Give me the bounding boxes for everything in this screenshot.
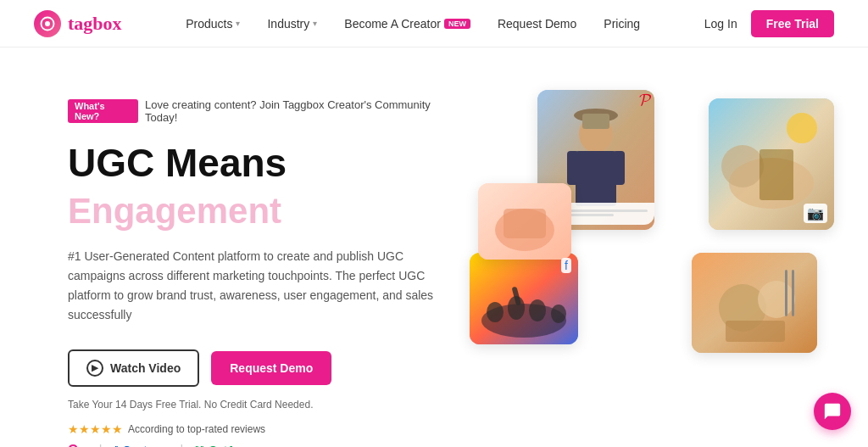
reviews-text: According to top-rated reviews [128,423,265,435]
nav-products[interactable]: Products ▾ [186,17,240,31]
hero-collage: 𝓟 [461,90,834,378]
svg-rect-29 [792,270,794,316]
separator-2: | [180,443,183,447]
new-badge: New [444,19,470,29]
whats-new-badge: What's New? [68,99,138,123]
collage-hands-image [478,183,571,260]
separator-1: | [99,443,103,447]
svg-point-21 [529,299,546,321]
whats-new-text: Love creating content? Join Taggbox Crea… [145,98,461,124]
svg-rect-27 [726,321,785,342]
request-demo-button[interactable]: Request Demo [211,351,331,385]
review-logos: G 2 | ⟫ Capterra | ⟫⟫ GetApp [68,443,461,447]
logo-icon [34,10,61,37]
svg-point-19 [487,302,504,322]
reviews-row: ★★★★★ According to top-rated reviews [68,422,461,436]
hero-section: What's New? Love creating content? Join … [0,47,868,447]
capterra-logo: ⟫ Capterra [114,444,168,447]
collage-concert-image: f [470,253,578,344]
logo-text: tagbox [68,13,122,35]
chat-icon [823,402,842,421]
hero-buttons: ▶ Watch Video Request Demo [68,349,461,387]
svg-point-26 [758,281,795,318]
logo-link[interactable]: tagbox [34,10,122,37]
svg-point-10 [787,113,817,143]
hero-left: What's New? Love creating content? Join … [68,90,461,447]
hero-description: #1 User-Generated Content platform to cr… [68,247,441,325]
free-trial-note: Take Your 14 Days Free Trial. No Credit … [68,399,461,411]
nav-actions: Log In Free Trial [704,10,834,37]
svg-rect-5 [567,151,579,185]
svg-rect-13 [760,149,793,200]
pinterest-icon: 𝓟 [639,90,650,109]
hero-heading: UGC Means [68,141,461,186]
svg-point-1 [45,21,50,26]
getapp-logo: ⟫⟫ GetApp [195,444,248,447]
svg-rect-16 [504,209,546,238]
svg-point-22 [551,305,566,323]
star-rating: ★★★★★ [68,422,123,436]
free-trial-nav-button[interactable]: Free Trial [751,10,834,37]
svg-rect-8 [582,114,609,129]
svg-rect-28 [785,270,787,316]
g2-logo: G 2 [68,443,87,447]
navbar: tagbox Products ▾ Industry ▾ Become A Cr… [0,0,868,47]
nav-pricing[interactable]: Pricing [604,17,640,31]
facebook-icon: f [561,258,571,273]
watch-video-button[interactable]: ▶ Watch Video [68,349,199,387]
login-button[interactable]: Log In [704,17,737,31]
chat-bubble-button[interactable] [814,393,851,430]
hero-subheading: Engagement [68,191,461,232]
svg-point-12 [721,145,764,187]
nav-industry[interactable]: Industry ▾ [267,17,317,31]
collage-beach-image: 📷 [709,98,834,230]
nav-links: Products ▾ Industry ▾ Become A Creator N… [186,17,640,31]
instagram-icon: 📷 [804,204,827,223]
play-icon: ▶ [86,360,103,377]
whats-new-bar: What's New? Love creating content? Join … [68,98,461,124]
svg-rect-4 [576,151,616,206]
svg-rect-6 [613,151,625,185]
nav-become-creator[interactable]: Become A Creator New [344,17,470,31]
collage-food-image [692,253,817,353]
nav-request-demo[interactable]: Request Demo [498,17,576,31]
